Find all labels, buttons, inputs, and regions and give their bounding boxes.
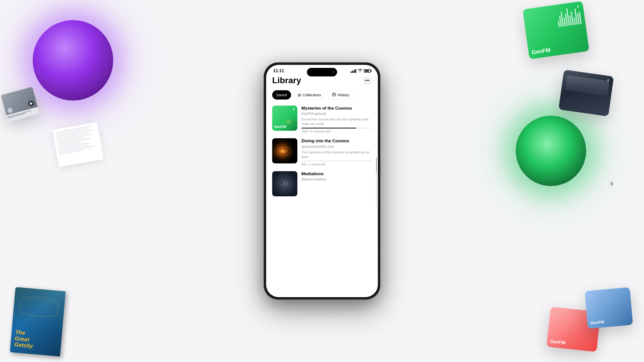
progress-bar-1 xyxy=(301,128,372,128)
pause-float-right: ⏸ xyxy=(609,181,614,187)
svg-point-9 xyxy=(291,143,291,144)
item-source-1: GenFM episode xyxy=(301,112,372,116)
tab-collections[interactable]: ⊞ Collections xyxy=(294,90,325,100)
library-title: Library xyxy=(272,75,301,85)
pause-icon-top: ⏸ xyxy=(576,5,580,9)
genfm-bottom-right-card: GenFM xyxy=(546,307,601,352)
svg-text:𝓜: 𝓜 xyxy=(282,179,288,186)
meditations-svg: 𝓜 xyxy=(272,171,297,196)
green-orb-decoration xyxy=(516,116,586,186)
genfm-thumb-label-1: GenFM xyxy=(274,125,286,129)
item-info-1: Mysteries of the Cosmos GenFM episode El… xyxy=(301,106,372,133)
phone-screen: 11:11 xyxy=(266,65,378,297)
item-progress-1: 78% • 5 minutes left xyxy=(301,129,372,133)
item-thumbnail-2 xyxy=(272,138,297,163)
progress-bar-2 xyxy=(301,161,372,161)
item-thumbnail-3: 𝓜 xyxy=(272,171,297,196)
volume-down-button xyxy=(264,116,264,124)
tab-bar: Saved ⊞ Collections History xyxy=(272,90,372,100)
battery-fill xyxy=(365,70,369,72)
genfm-br-overlay xyxy=(546,307,601,352)
dynamic-island xyxy=(307,68,337,76)
genfm-br2-label: GenFM xyxy=(590,320,604,326)
photo-thumbnail xyxy=(1,87,38,115)
pause-icon-1: ⏸ xyxy=(292,108,295,111)
item-info-3: Mediations Marcus Aurelius xyxy=(301,171,372,196)
photo-card xyxy=(1,87,39,122)
item-desc-1: Ell and her co-host dive into the myster… xyxy=(301,117,372,126)
genfm-right-card: ⏸ GenFM xyxy=(558,70,614,116)
genfm-br-label: GenFM xyxy=(550,339,566,346)
scroll-thumb xyxy=(376,157,377,172)
wifi-icon xyxy=(358,69,362,73)
waveform xyxy=(556,4,582,27)
phone-frame: 11:11 xyxy=(264,63,380,299)
photo-bg xyxy=(558,70,614,116)
item-title-2: Diving into the Cosmos xyxy=(301,138,372,144)
item-desc-2: The mysteries of the universe unraveled … xyxy=(301,150,372,159)
app-content: Library ••• Saved ⊞ Collections xyxy=(266,75,378,293)
battery-icon xyxy=(364,69,371,73)
paper-document-card xyxy=(52,122,103,167)
signal-bar-1 xyxy=(351,71,352,73)
item-info-2: Diving into the Cosmos spacecastonline.c… xyxy=(301,138,372,166)
svg-point-10 xyxy=(293,156,294,156)
power-button xyxy=(380,111,380,126)
genfm-right-label: GenFM xyxy=(562,102,578,109)
status-bar: 11:11 xyxy=(266,65,378,75)
di-camera xyxy=(332,71,335,73)
list-item[interactable]: ⏸ GenFM Mysteries of the Cosmos GenFM ep… xyxy=(272,106,372,133)
svg-point-3 xyxy=(287,120,290,123)
tab-history-label: History xyxy=(338,93,349,97)
genfm-top-card: ⏸ GenFM xyxy=(522,1,589,59)
item-progress-2: 0% • 1 hours left xyxy=(301,162,372,166)
item-source-2: spacecastonline.com xyxy=(301,145,372,149)
tab-saved-label: Saved xyxy=(276,93,287,97)
genfm-top-label: GenFM xyxy=(531,47,551,56)
collections-icon: ⊞ xyxy=(298,93,301,97)
play-icon xyxy=(27,100,35,107)
svg-point-7 xyxy=(281,150,285,153)
photo-layer xyxy=(565,75,610,96)
genfm-right-card-inner: ⏸ GenFM xyxy=(558,70,614,116)
tab-saved[interactable]: Saved xyxy=(272,90,291,100)
library-header: Library ••• xyxy=(272,75,372,85)
photo-lines xyxy=(6,107,39,120)
volume-up-button xyxy=(264,103,264,112)
galaxy-svg-2 xyxy=(272,138,297,163)
signal-bar-4 xyxy=(355,69,356,73)
genfm-bottom-right2-card: GenFM xyxy=(585,287,633,329)
purple-orb-decoration xyxy=(33,20,113,101)
item-source-3: Marcus Aurelius xyxy=(301,177,372,181)
more-button[interactable]: ••• xyxy=(363,76,372,85)
item-title-1: Mysteries of the Cosmos xyxy=(301,106,372,111)
signal-bars xyxy=(351,69,356,73)
tab-history[interactable]: History xyxy=(328,90,354,100)
signal-bar-3 xyxy=(354,70,355,73)
signal-bar-2 xyxy=(352,71,353,73)
gatsby-decoration-svg xyxy=(13,292,65,322)
svg-point-8 xyxy=(277,144,277,145)
tab-collections-label: Collections xyxy=(303,93,321,97)
gatsby-book: TheGreatGatsby xyxy=(10,287,66,356)
progress-fill-1 xyxy=(301,128,356,128)
status-icons xyxy=(351,69,371,73)
gatsby-title: TheGreatGatsby xyxy=(14,329,58,351)
svg-point-11 xyxy=(276,157,276,157)
more-dots-icon: ••• xyxy=(365,78,370,83)
list-item[interactable]: Diving into the Cosmos spacecastonline.c… xyxy=(272,138,372,166)
item-title-3: Mediations xyxy=(301,171,372,177)
list-item[interactable]: 𝓜 Mediations Marcus Aurelius xyxy=(272,171,372,196)
item-thumbnail-1: ⏸ GenFM xyxy=(272,106,297,131)
pause-icon-right: ⏸ xyxy=(607,78,610,82)
history-icon xyxy=(332,93,336,97)
status-time: 11:11 xyxy=(273,68,284,73)
